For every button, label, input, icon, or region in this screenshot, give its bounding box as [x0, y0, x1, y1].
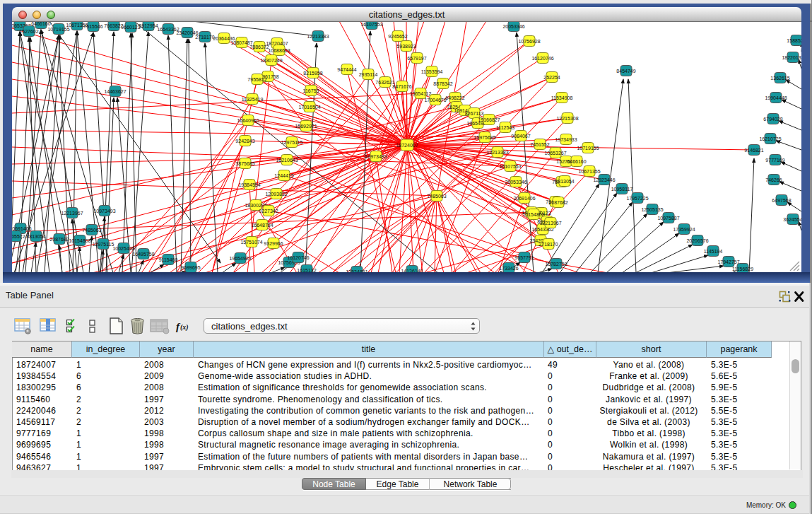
- svg-text:2718170: 2718170: [539, 242, 558, 247]
- svg-text:13524851: 13524851: [346, 269, 367, 273]
- svg-text:1244415: 1244415: [274, 173, 293, 178]
- svg-text:6466160: 6466160: [31, 22, 50, 26]
- svg-text:9777169: 9777169: [765, 158, 784, 163]
- svg-text:19654923: 19654923: [229, 256, 251, 261]
- svg-text:7515546: 7515546: [83, 24, 102, 29]
- svg-text:14136141: 14136141: [401, 269, 423, 273]
- svg-text:8454749: 8454749: [616, 69, 635, 74]
- svg-text:9245652: 9245652: [388, 34, 407, 39]
- svg-text:20053346: 20053346: [505, 180, 526, 185]
- svg-text:19734933: 19734933: [555, 137, 577, 142]
- svg-text:8471676: 8471676: [392, 84, 411, 89]
- svg-text:17016504: 17016504: [298, 105, 320, 110]
- svg-text:12213383: 12213383: [307, 34, 329, 39]
- svg-text:20206576: 20206576: [686, 238, 708, 243]
- svg-text:10653267: 10653267: [544, 151, 566, 156]
- svg-text:1527602: 1527602: [19, 29, 38, 34]
- svg-text:17957225: 17957225: [626, 196, 648, 201]
- svg-text:1362615: 1362615: [770, 76, 789, 81]
- svg-text:7485063: 7485063: [82, 228, 101, 233]
- svg-text:20053346: 20053346: [502, 24, 524, 29]
- svg-text:2087682: 2087682: [548, 200, 567, 205]
- svg-text:1615132: 1615132: [297, 268, 316, 273]
- svg-text:9115460: 9115460: [159, 257, 178, 262]
- svg-text:14463627: 14463627: [104, 89, 126, 94]
- svg-text:17942757: 17942757: [717, 259, 739, 264]
- svg-text:6497568: 6497568: [772, 198, 791, 203]
- svg-text:8878342: 8878342: [433, 81, 452, 86]
- svg-text:12093832: 12093832: [265, 192, 287, 197]
- svg-text:9474444: 9474444: [337, 67, 356, 72]
- svg-text:17359924: 17359924: [673, 227, 695, 232]
- svg-text:6579197: 6579197: [407, 56, 426, 61]
- svg-text:9146821: 9146821: [744, 148, 763, 153]
- svg-text:11353594: 11353594: [421, 69, 443, 74]
- svg-text:20691406: 20691406: [513, 196, 535, 201]
- svg-text:20691406: 20691406: [12, 226, 32, 231]
- svg-text:10719155: 10719155: [577, 146, 599, 151]
- svg-text:8215958: 8215958: [303, 71, 322, 76]
- svg-text:8813054: 8813054: [26, 234, 45, 239]
- svg-text:10025438: 10025438: [112, 246, 134, 251]
- svg-text:2718170: 2718170: [195, 35, 214, 40]
- svg-text:16120746: 16120746: [531, 56, 553, 61]
- svg-text:7955812: 7955812: [247, 77, 266, 82]
- svg-text:16640910: 16640910: [237, 118, 259, 123]
- svg-text:10973493: 10973493: [365, 154, 387, 159]
- svg-text:9660123: 9660123: [121, 25, 140, 30]
- svg-text:6466160: 6466160: [567, 159, 586, 164]
- svg-text:19166827: 19166827: [478, 117, 500, 122]
- svg-text:9699695: 9699695: [181, 265, 200, 270]
- svg-text:1405572: 1405572: [12, 234, 25, 239]
- svg-text:16107553: 16107553: [499, 164, 521, 169]
- svg-text:10154808: 10154808: [522, 212, 544, 217]
- svg-text:12213967: 12213967: [61, 211, 83, 216]
- svg-text:1112543: 1112543: [496, 125, 514, 130]
- svg-text:12213967: 12213967: [539, 221, 561, 226]
- svg-text:10154808: 10154808: [69, 238, 90, 243]
- svg-text:252254: 252254: [543, 75, 560, 80]
- svg-text:15751074: 15751074: [240, 240, 262, 245]
- svg-text:18724007: 18724007: [396, 143, 418, 148]
- svg-text:10654112: 10654112: [410, 91, 432, 96]
- svg-text:18307249: 18307249: [260, 58, 282, 63]
- svg-text:5938923: 5938923: [396, 44, 416, 49]
- svg-text:8813054: 8813054: [555, 179, 574, 184]
- svg-text:16107553: 16107553: [360, 22, 382, 27]
- svg-text:116753: 116753: [303, 88, 319, 93]
- svg-text:9657791: 9657791: [514, 255, 534, 260]
- svg-text:10688603: 10688603: [268, 48, 290, 53]
- svg-text:6794028: 6794028: [763, 117, 782, 122]
- svg-text:3875685: 3875685: [235, 161, 254, 166]
- svg-text:2087682: 2087682: [49, 237, 69, 242]
- svg-text:9329966: 9329966: [264, 241, 283, 246]
- svg-text:15692971: 15692971: [295, 124, 317, 129]
- svg-text:10671355: 10671355: [578, 169, 600, 174]
- svg-text:7485063: 7485063: [427, 194, 446, 199]
- svg-text:19904448: 19904448: [765, 95, 787, 100]
- svg-text:9084067: 9084067: [511, 134, 530, 139]
- svg-text:10958117: 10958117: [611, 187, 633, 192]
- svg-text:10973493: 10973493: [93, 209, 115, 214]
- svg-text:1588520: 1588520: [787, 38, 801, 43]
- svg-text:12975115: 12975115: [281, 140, 303, 145]
- svg-text:18220137: 18220137: [782, 55, 801, 60]
- svg-text:6498222: 6498222: [445, 95, 464, 100]
- svg-text:19384554: 19384554: [238, 182, 260, 187]
- svg-text:12975115: 12975115: [93, 242, 114, 247]
- svg-text:12923446: 12923446: [593, 177, 615, 182]
- svg-text:10756928: 10756928: [518, 39, 540, 44]
- svg-text:(x): (x): [180, 323, 189, 332]
- svg-text:12213383: 12213383: [486, 150, 508, 155]
- svg-text:16120746: 16120746: [287, 255, 309, 260]
- svg-text:16782759: 16782759: [545, 262, 567, 267]
- svg-text:8267113: 8267113: [465, 111, 484, 116]
- svg-text:17004676: 17004676: [424, 98, 446, 103]
- svg-text:12505135: 12505135: [641, 207, 663, 212]
- svg-text:746266: 746266: [765, 177, 782, 182]
- svg-text:10975887: 10975887: [657, 216, 679, 221]
- svg-text:11534908: 11534908: [551, 95, 573, 100]
- svg-text:1733426: 1733426: [499, 266, 518, 271]
- svg-text:16210725: 16210725: [759, 136, 781, 141]
- svg-text:16210643: 16210643: [276, 158, 298, 163]
